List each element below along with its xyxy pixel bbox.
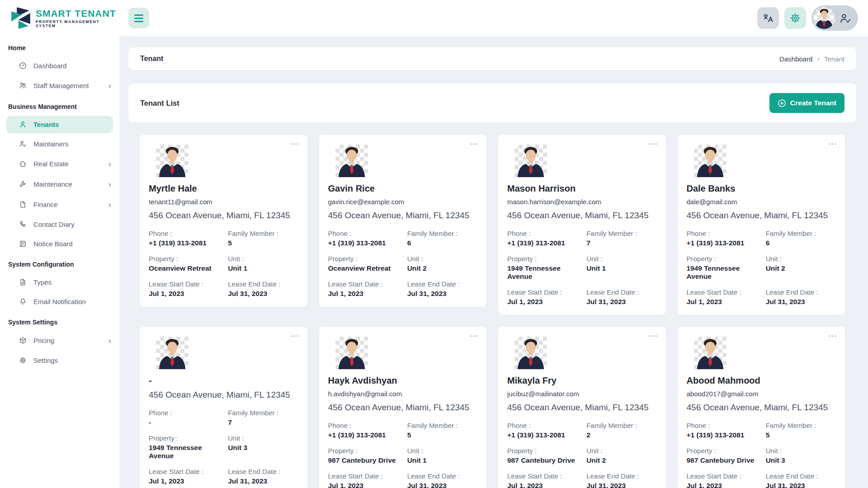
sidebar-item-types[interactable]: Types [0,272,119,292]
sidebar-item-pricing[interactable]: Pricing› [0,330,119,351]
field-value: +1 (319) 313-2081 [507,239,586,247]
field-label: Property : [149,434,228,442]
sidebar-item-label: Email Notification [33,298,86,305]
card-menu-button[interactable]: ⋯ [649,139,658,148]
tenant-details: Phone :+1 (319) 313-2081Family Member :7… [507,230,657,306]
tenant-address: 456 Ocean Avenue, Miami, FL 12345 [328,211,478,221]
field-value: 7 [228,418,298,427]
detail-field: Unit :Unit 2 [766,255,836,281]
logo-mark-icon [11,7,31,29]
tenant-details: Phone :+1 (319) 313-2081Family Member :5… [687,422,836,488]
home-icon [19,160,27,168]
chevron-right-icon: › [108,180,111,188]
sidebar-item-label: Settings [33,357,58,364]
tenant-email: tenant11@gmail.com [149,198,298,206]
detail-field: Phone :- [149,409,228,427]
field-value: 1949 Tennessee Avenue [687,264,766,281]
field-value: Unit 1 [228,264,298,272]
field-label: Property : [687,255,766,263]
sidebar-item-label: Contact Diary [33,221,75,228]
field-label: Family Member : [228,409,298,417]
field-label: Unit : [228,434,298,442]
detail-field: Unit :Unit 2 [407,255,477,272]
sidebar-item-finance[interactable]: Finance› [0,194,119,215]
sidebar-toggle-button[interactable] [128,8,149,28]
field-label: Unit : [766,447,836,455]
field-value: 5 [228,239,298,247]
detail-field: Family Member :5 [407,422,477,439]
field-label: Phone : [149,409,228,417]
staff-icon [19,82,27,89]
sidebar-item-tenants[interactable]: Tenants [6,116,113,133]
sidebar-item-contact-diary[interactable]: Contact Diary [0,215,119,234]
breadcrumb: Dashboard › Tenant [779,54,844,63]
sidebar-item-real-estate[interactable]: Real Estate› [0,154,119,174]
field-label: Phone : [328,422,407,429]
field-label: Lease End Date : [766,288,836,296]
create-tenant-button[interactable]: Create Tenant [769,93,844,113]
tenant-address: 456 Ocean Avenue, Miami, FL 12345 [328,403,478,413]
tenant-card-3: ⋯ Mason Harrison mason.harrison@example.… [498,134,666,315]
field-value: 7 [586,239,656,247]
detail-field: Lease End Date :Jul 31, 2023 [766,288,836,306]
field-value: Unit 3 [228,444,298,452]
detail-field: Lease End Date :Jul 31, 2023 [407,280,477,298]
tenant-avatar [335,145,368,177]
sidebar-item-maintainers[interactable]: Maintainers [0,134,119,154]
field-label: Lease Start Date : [328,280,407,288]
language-translate-button[interactable] [757,7,779,29]
tenant-email: mason.harrison@example.com [507,198,657,206]
tenant-details: Phone :-Family Member :7Property :1949 T… [149,409,298,485]
field-label: Family Member : [586,230,656,237]
sidebar-section-title: Business Management [0,96,119,115]
field-label: Family Member : [407,230,477,237]
field-label: Lease End Date : [228,280,298,288]
card-menu-button[interactable]: ⋯ [649,331,658,340]
box-icon [19,337,27,344]
card-menu-button[interactable]: ⋯ [290,331,299,340]
top-header: SMART TENANT PROPERTY MANAGEMENT SYSTEM [0,0,868,36]
detail-field: Family Member :2 [586,422,656,439]
detail-field: Property :987 Cantebury Drive [328,447,407,465]
sidebar-item-email-notification[interactable]: Email Notification [0,292,119,311]
detail-field: Unit :Unit 1 [407,447,477,465]
tenant-address: 456 Ocean Avenue, Miami, FL 12345 [507,211,657,221]
detail-field: Unit :Unit 3 [228,434,298,460]
field-value: +1 (319) 313-2081 [687,431,766,439]
field-value: Jul 31, 2023 [766,482,836,488]
field-label: Lease Start Date : [149,468,228,475]
main-content: Tenant Dashboard › Tenant Tenant List Cr… [119,36,868,488]
field-value: Jul 1, 2023 [328,290,407,298]
field-label: Unit : [407,255,477,263]
breadcrumb-dashboard-link[interactable]: Dashboard [779,55,812,63]
page-title: Tenant [140,55,163,63]
field-label: Family Member : [766,422,836,429]
detail-field: Lease End Date :Jul 31, 2023 [228,468,298,485]
card-menu-button[interactable]: ⋯ [828,139,837,148]
detail-field: Family Member :5 [766,422,836,439]
sidebar-item-maintenance[interactable]: Maintenance› [0,174,119,194]
sidebar-item-staff-management[interactable]: Staff Management› [0,75,119,96]
field-value: Jul 31, 2023 [228,290,298,298]
detail-field: Lease End Date :Jul 31, 2023 [586,288,656,306]
user-avatar [813,7,835,29]
card-menu-button[interactable]: ⋯ [290,139,299,148]
sidebar-section-title: System Settings [0,311,119,330]
settings-gear-button[interactable] [784,7,806,29]
detail-field: Unit :Unit 3 [766,447,836,465]
sidebar: HomeDashboardStaff Management›Business M… [0,36,119,488]
wrench-icon [19,180,27,188]
sidebar-item-dashboard[interactable]: Dashboard [0,56,119,75]
sidebar-item-label: Maintenance [33,180,72,188]
field-label: Lease Start Date : [687,288,766,296]
user-profile-menu[interactable] [811,5,858,31]
hamburger-icon [134,14,143,16]
card-menu-button[interactable]: ⋯ [828,331,837,340]
sidebar-item-settings[interactable]: Settings [0,351,119,370]
sidebar-item-label: Dashboard [33,62,66,70]
card-menu-button[interactable]: ⋯ [469,331,478,340]
card-menu-button[interactable]: ⋯ [469,139,478,148]
tenant-email: abood2017@gmail.com [687,390,836,398]
field-value: Unit 1 [586,264,656,272]
sidebar-item-notice-board[interactable]: Notice Board [0,234,119,253]
